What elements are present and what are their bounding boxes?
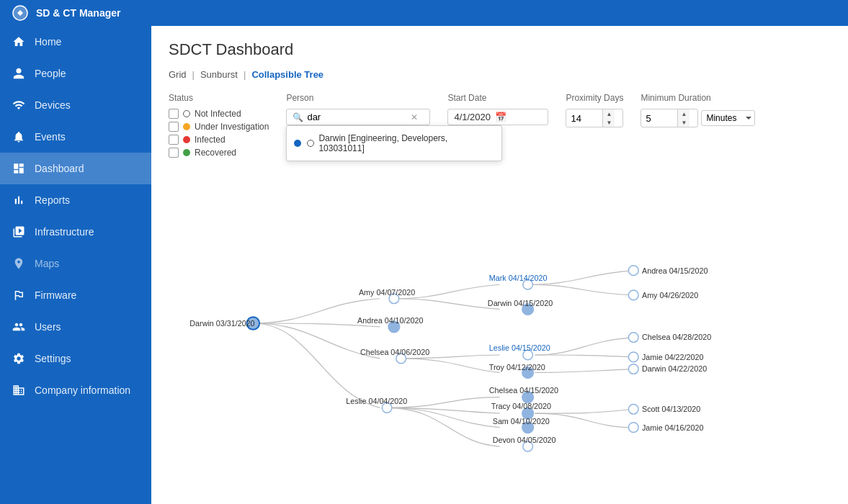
sidebar-item-infrastructure[interactable]: Infrastructure bbox=[0, 216, 151, 248]
proximity-days-input-box: ▲ ▼ bbox=[566, 109, 623, 127]
sidebar-item-company[interactable]: Company information bbox=[0, 374, 151, 406]
sidebar-item-events[interactable]: Events bbox=[0, 121, 151, 153]
status-dot-recovered bbox=[183, 149, 190, 156]
label-devon-0405: Devon 04/05/2020 bbox=[493, 436, 556, 444]
main-content: SDCT Dashboard Grid | Sunburst | Collaps… bbox=[151, 26, 848, 504]
building-icon bbox=[12, 383, 26, 397]
sidebar-item-firmware[interactable]: Firmware bbox=[0, 279, 151, 311]
tab-sunburst[interactable]: Sunburst bbox=[200, 69, 238, 80]
status-checkbox-recovered[interactable] bbox=[169, 148, 179, 158]
filters-row: Status Not Infected Under Investigation bbox=[169, 93, 831, 158]
label-chelsea-0406: Chelsea 04/06/2020 bbox=[360, 348, 429, 356]
date-value: 4/1/2020 bbox=[454, 112, 491, 122]
label-leslie-0415: Leslie 04/15/2020 bbox=[489, 343, 550, 352]
duration-unit-select[interactable]: Minutes Seconds Hours bbox=[701, 110, 755, 126]
person-label: Person bbox=[286, 93, 430, 103]
min-duration-group: ▲ ▼ Minutes Seconds Hours bbox=[641, 109, 755, 127]
status-filter: Status Not Infected Under Investigation bbox=[169, 93, 269, 158]
node-jamie-0422[interactable] bbox=[628, 352, 638, 362]
proximity-days-decrement[interactable]: ▼ bbox=[603, 118, 615, 127]
status-label-recovered: Recovered bbox=[195, 148, 236, 158]
min-duration-increment[interactable]: ▲ bbox=[678, 109, 689, 118]
sidebar: Home People Devices Events Dashboard bbox=[0, 26, 151, 504]
clear-search-icon[interactable]: ✕ bbox=[411, 112, 418, 122]
sidebar-label-events: Events bbox=[35, 131, 66, 143]
label-jamie-0422: Jamie 04/22/2020 bbox=[642, 353, 703, 361]
sidebar-label-infrastructure: Infrastructure bbox=[35, 226, 94, 238]
sep2: | bbox=[244, 69, 246, 80]
node-andrea-0415[interactable] bbox=[628, 266, 638, 276]
node-amy-0426[interactable] bbox=[628, 290, 638, 300]
label-amy-0426: Amy 04/26/2020 bbox=[642, 291, 698, 300]
tab-grid[interactable]: Grid bbox=[169, 69, 187, 80]
tree-visualization: Darwin 03/31/2020 Amy 04/07/2020 Mark 04… bbox=[169, 172, 831, 474]
label-jamie-0416: Jamie 04/16/2020 bbox=[642, 423, 703, 432]
min-duration-input[interactable] bbox=[641, 111, 677, 126]
node-chelsea-0428[interactable] bbox=[628, 333, 638, 343]
users-icon bbox=[12, 320, 26, 334]
topbar: SD & CT Manager bbox=[0, 0, 848, 26]
sidebar-item-dashboard[interactable]: Dashboard bbox=[0, 153, 151, 184]
node-darwin-0422[interactable] bbox=[628, 364, 638, 374]
status-checkbox-infected[interactable] bbox=[169, 135, 179, 145]
status-label-not-infected: Not Infected bbox=[195, 109, 241, 119]
person-search-input[interactable] bbox=[307, 112, 408, 122]
sidebar-item-settings[interactable]: Settings bbox=[0, 343, 151, 374]
status-dot-infected bbox=[183, 136, 190, 143]
sidebar-item-devices[interactable]: Devices bbox=[0, 89, 151, 121]
label-troy-0412: Troy 04/12/2020 bbox=[489, 363, 545, 372]
sidebar-item-people[interactable]: People bbox=[0, 58, 151, 89]
wifi-icon bbox=[12, 98, 26, 112]
sidebar-item-users[interactable]: Users bbox=[0, 311, 151, 343]
sidebar-label-settings: Settings bbox=[35, 353, 71, 364]
sidebar-item-reports[interactable]: Reports bbox=[0, 184, 151, 216]
status-label: Status bbox=[169, 93, 269, 103]
sidebar-label-people: People bbox=[35, 68, 66, 79]
person-name: Darwin [Engineering, Developers, 1030310… bbox=[318, 133, 494, 153]
status-options: Not Infected Under Investigation Infecte… bbox=[169, 109, 269, 158]
status-dot-not-infected bbox=[183, 110, 190, 117]
proximity-days-filter: Proximity Days ▲ ▼ bbox=[566, 93, 623, 127]
status-recovered: Recovered bbox=[169, 148, 269, 158]
start-date-label: Start Date bbox=[447, 93, 548, 103]
sidebar-label-company: Company information bbox=[35, 384, 130, 396]
sidebar-label-devices: Devices bbox=[35, 99, 71, 111]
min-duration-filter: Minimum Duration ▲ ▼ Minutes Seconds Hou… bbox=[641, 93, 755, 127]
sidebar-item-maps[interactable]: Maps bbox=[0, 248, 151, 279]
bar-chart-icon bbox=[12, 193, 26, 207]
sep1: | bbox=[192, 69, 195, 80]
calendar-icon[interactable]: 📅 bbox=[495, 112, 506, 122]
node-jamie-0416[interactable] bbox=[628, 423, 638, 433]
dashboard-icon bbox=[12, 161, 26, 176]
proximity-days-input[interactable] bbox=[566, 111, 602, 126]
status-infected: Infected bbox=[169, 135, 269, 145]
sidebar-item-home[interactable]: Home bbox=[0, 26, 151, 58]
person-dot bbox=[294, 140, 301, 147]
person-dropdown-item[interactable]: Darwin [Engineering, Developers, 1030310… bbox=[287, 129, 501, 158]
settings-icon bbox=[12, 351, 26, 366]
person-filter: Person 🔍 ✕ Darwin [Engineering, Develope… bbox=[286, 93, 430, 125]
tab-collapsible-tree[interactable]: Collapsible Tree bbox=[251, 69, 323, 80]
infrastructure-icon bbox=[12, 225, 26, 239]
person-icon bbox=[12, 66, 26, 81]
label-darwin-0422: Darwin 04/22/2020 bbox=[642, 364, 707, 373]
app-title: SD & CT Manager bbox=[36, 7, 120, 19]
sidebar-label-dashboard: Dashboard bbox=[35, 163, 84, 174]
status-checkbox-not-infected[interactable] bbox=[169, 109, 179, 119]
sidebar-label-firmware: Firmware bbox=[35, 289, 76, 301]
status-label-infected: Infected bbox=[195, 135, 226, 145]
proximity-days-increment[interactable]: ▲ bbox=[603, 109, 615, 118]
page-title: SDCT Dashboard bbox=[169, 40, 831, 59]
min-duration-decrement[interactable]: ▼ bbox=[678, 118, 689, 127]
node-scott-0413[interactable] bbox=[628, 404, 638, 414]
person-search-box: 🔍 ✕ bbox=[286, 109, 430, 125]
status-checkbox-under-investigation[interactable] bbox=[169, 122, 179, 132]
label-darwin-0415: Darwin 04/15/2020 bbox=[488, 299, 553, 307]
map-pin-icon bbox=[12, 256, 26, 271]
view-tabs: Grid | Sunburst | Collapsible Tree bbox=[169, 69, 831, 80]
proximity-days-spinner: ▲ ▼ bbox=[602, 109, 615, 127]
firmware-icon bbox=[12, 288, 26, 302]
date-input[interactable]: 4/1/2020 📅 bbox=[447, 109, 548, 125]
label-scott-0413: Scott 04/13/2020 bbox=[642, 405, 700, 413]
bell-icon bbox=[12, 130, 26, 144]
